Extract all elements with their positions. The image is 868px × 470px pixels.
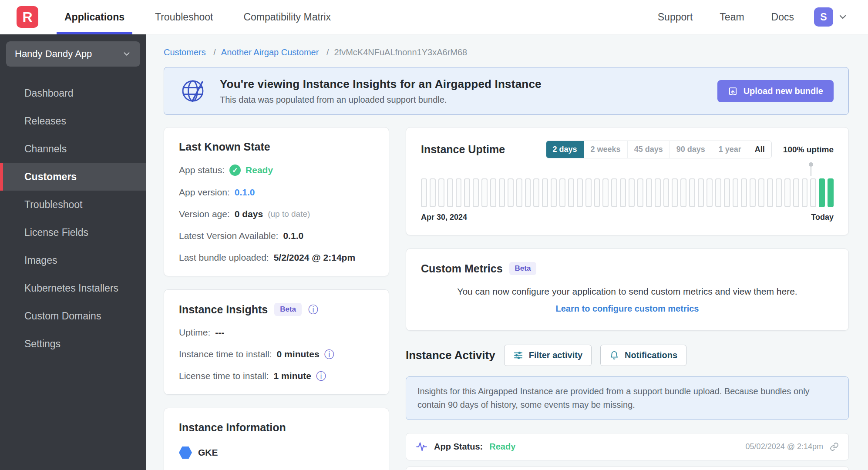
- uptime-bar[interactable]: [585, 178, 592, 207]
- notifications-button[interactable]: Notifications: [600, 345, 686, 366]
- uptime-bar[interactable]: [715, 178, 721, 207]
- sidebar-item[interactable]: License Fields: [0, 218, 146, 246]
- nav-item[interactable]: Docs: [770, 0, 795, 34]
- activity-feed: App Status: Ready 05/02/2024 @ 2:14pm: [406, 433, 849, 470]
- uptime-bar[interactable]: [464, 178, 470, 207]
- uptime-bar[interactable]: [828, 178, 834, 207]
- uptime-bar[interactable]: [793, 178, 799, 207]
- card-head: Instance Insights Beta ⓘ: [179, 303, 374, 316]
- uptime-bar[interactable]: [438, 178, 444, 207]
- uptime-bar[interactable]: [620, 178, 626, 207]
- row-label: Uptime:: [179, 327, 210, 338]
- time-range-pill[interactable]: 2 days: [546, 141, 584, 158]
- uptime-bar[interactable]: [776, 178, 782, 207]
- activity-event-row: App Status: Updating 05/02/2024 @ 2:14pm: [406, 467, 849, 470]
- sidebar-item[interactable]: Channels: [0, 135, 146, 163]
- uptime-bar[interactable]: [430, 178, 436, 207]
- nav-item[interactable]: Applications: [64, 0, 125, 34]
- uptime-bar[interactable]: [533, 178, 539, 207]
- uptime-bar[interactable]: [456, 178, 462, 207]
- time-range-pill[interactable]: All: [748, 141, 771, 158]
- nav-item[interactable]: Support: [657, 0, 694, 34]
- upload-icon: [728, 86, 738, 96]
- uptime-bar[interactable]: [663, 178, 670, 207]
- uptime-bar[interactable]: [577, 178, 583, 207]
- uptime-bar[interactable]: [689, 178, 695, 207]
- event-link-icon[interactable]: [830, 442, 839, 451]
- uptime-bar[interactable]: [611, 178, 617, 207]
- bell-icon: [609, 351, 619, 360]
- info-icon[interactable]: ⓘ: [316, 371, 326, 381]
- uptime-bar[interactable]: [810, 178, 816, 207]
- banner-subtitle: This data was populated from an uploaded…: [220, 95, 704, 105]
- row-value: 1 minute: [274, 371, 311, 381]
- breadcrumb-item[interactable]: Customers: [164, 47, 206, 57]
- platform-icon: [179, 446, 192, 459]
- uptime-bar[interactable]: [733, 178, 739, 207]
- chevron-down-icon[interactable]: [838, 12, 848, 22]
- nav-item[interactable]: Compatibility Matrix: [242, 0, 332, 34]
- uptime-bar[interactable]: [525, 178, 531, 207]
- row-note: (up to date): [268, 209, 310, 219]
- uptime-bar[interactable]: [594, 178, 600, 207]
- uptime-bar[interactable]: [568, 178, 574, 207]
- uptime-bar[interactable]: [741, 178, 747, 207]
- uptime-bar[interactable]: [473, 178, 479, 207]
- uptime-bar[interactable]: [551, 178, 557, 207]
- sidebar-item[interactable]: Troubleshoot: [0, 191, 146, 218]
- row-value[interactable]: 0.1.0: [235, 187, 255, 198]
- configure-custom-metrics-link[interactable]: Learn to configure custom metrics: [421, 304, 834, 314]
- app-selector-dropdown[interactable]: Handy Dandy App: [6, 41, 140, 67]
- time-range-pill[interactable]: 45 days: [628, 141, 670, 158]
- breadcrumb-item[interactable]: Another Airgap Customer: [208, 47, 319, 57]
- time-range-pill[interactable]: 2 weeks: [584, 141, 628, 158]
- axis-start-label: Apr 30, 2024: [421, 213, 467, 222]
- uptime-bar[interactable]: [819, 178, 825, 207]
- replicated-logo[interactable]: R: [17, 6, 38, 28]
- time-range-pill[interactable]: 90 days: [670, 141, 712, 158]
- sidebar-item[interactable]: Kubernetes Installers: [0, 274, 146, 302]
- filter-sliders-icon: [513, 350, 523, 360]
- uptime-bar[interactable]: [481, 178, 488, 207]
- uptime-bar[interactable]: [542, 178, 548, 207]
- upload-new-bundle-button[interactable]: Upload new bundle: [717, 80, 834, 102]
- uptime-bar[interactable]: [802, 178, 808, 207]
- instance-activity-header: Instance Activity Filter activity: [406, 345, 849, 366]
- uptime-bar[interactable]: [707, 178, 713, 207]
- sidebar-item[interactable]: Dashboard: [0, 79, 146, 107]
- uptime-bar[interactable]: [784, 178, 791, 207]
- uptime-bar[interactable]: [637, 178, 643, 207]
- uptime-bar[interactable]: [499, 178, 505, 207]
- time-range-pill[interactable]: 1 year: [712, 141, 748, 158]
- uptime-bar[interactable]: [490, 178, 496, 207]
- uptime-bar[interactable]: [672, 178, 678, 207]
- uptime-bar[interactable]: [516, 178, 522, 207]
- uptime-bar[interactable]: [680, 178, 686, 207]
- uptime-bar[interactable]: [447, 178, 453, 207]
- uptime-bar[interactable]: [724, 178, 730, 207]
- row-value: GKE: [198, 447, 218, 458]
- filter-activity-button[interactable]: Filter activity: [504, 345, 592, 366]
- sidebar-item[interactable]: Releases: [0, 107, 146, 135]
- sidebar-item[interactable]: Images: [0, 246, 146, 274]
- uptime-bar[interactable]: [508, 178, 514, 207]
- uptime-bar[interactable]: [767, 178, 773, 207]
- sidebar-item[interactable]: Settings: [0, 330, 146, 358]
- uptime-bar[interactable]: [758, 178, 764, 207]
- uptime-bar[interactable]: [602, 178, 609, 207]
- uptime-bar[interactable]: [559, 178, 565, 207]
- uptime-bar[interactable]: [655, 178, 661, 207]
- last-known-state-rows: App status: ✓ Ready App version: 0.1.0: [179, 164, 374, 263]
- info-icon[interactable]: ⓘ: [308, 305, 318, 315]
- info-icon[interactable]: ⓘ: [324, 349, 334, 359]
- user-avatar[interactable]: S: [814, 7, 833, 27]
- uptime-bar[interactable]: [698, 178, 704, 207]
- uptime-bar[interactable]: [421, 178, 427, 207]
- nav-item[interactable]: Team: [719, 0, 745, 34]
- uptime-bar[interactable]: [629, 178, 635, 207]
- uptime-bar[interactable]: [750, 178, 756, 207]
- uptime-bar[interactable]: [646, 178, 652, 207]
- sidebar-item[interactable]: Customers: [0, 163, 146, 191]
- nav-item[interactable]: Troubleshoot: [154, 0, 214, 34]
- sidebar-item[interactable]: Custom Domains: [0, 302, 146, 330]
